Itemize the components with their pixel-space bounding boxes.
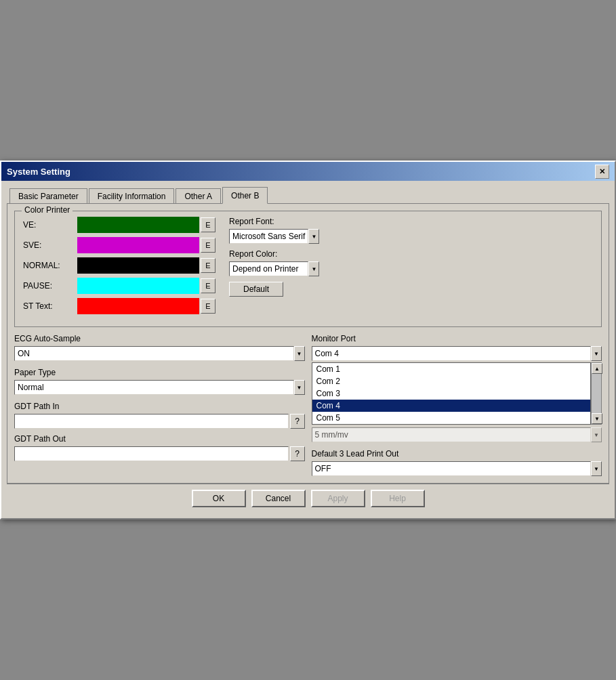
color-bar-sttext[interactable] (77, 298, 199, 314)
bottom-two-col: ECG Auto-Sample ON ▼ Paper Type Normal ▼… (14, 334, 602, 476)
speed-arrow[interactable]: ▼ (591, 427, 602, 442)
ecg-select-wrapper[interactable]: ON ▼ (14, 346, 305, 361)
help-button[interactable]: Help (371, 490, 425, 507)
scrollbar: ▲ ▼ (591, 362, 602, 425)
bottom-bar: OK Cancel Apply Help (7, 484, 609, 513)
system-setting-window: System Setting ✕ Basic Parameter Facilit… (0, 161, 616, 519)
color-bar-sve-container: E (77, 237, 215, 253)
color-row-ve: VE: E (23, 217, 215, 233)
paper-type-label: Paper Type (14, 368, 305, 377)
color-printer-group: Color Printer VE: E (14, 211, 602, 327)
default-3lead-arrow[interactable]: ▼ (591, 461, 602, 476)
e-button-ve[interactable]: E (201, 217, 215, 232)
tab-facility[interactable]: Facility Information (89, 188, 175, 204)
report-color-select-wrapper[interactable]: Depend on Printer ▼ (229, 261, 319, 276)
tab-other-b[interactable]: Other B (222, 187, 268, 204)
gdt-path-in-btn[interactable]: ? (290, 414, 305, 429)
color-row-normal: NORMAL: E (23, 257, 215, 274)
color-bar-ve-container: E (77, 217, 215, 233)
dropdown-com1[interactable]: Com 1 (312, 363, 591, 375)
scroll-down-btn[interactable]: ▼ (592, 413, 602, 424)
color-bar-sve[interactable] (77, 237, 199, 253)
color-row-pause: PAUSE: E (23, 278, 215, 294)
tab-other-a[interactable]: Other A (176, 188, 221, 204)
close-button[interactable]: ✕ (595, 165, 609, 179)
ok-button[interactable]: OK (192, 490, 246, 507)
e-button-sttext[interactable]: E (201, 299, 215, 314)
report-font-select-wrapper[interactable]: Microsoft Sans Serif ▼ (229, 229, 319, 244)
monitor-port-value: Com 4 (312, 346, 592, 361)
report-font-label: Report Font: (229, 217, 319, 226)
e-button-normal[interactable]: E (201, 258, 215, 273)
dropdown-com2[interactable]: Com 2 (312, 375, 591, 387)
monitor-port-list[interactable]: Com 1 Com 2 Com 3 Com 4 Com 5 (312, 362, 592, 425)
paper-type-select-wrapper[interactable]: Normal ▼ (14, 380, 305, 395)
color-printer-title: Color Printer (22, 205, 73, 215)
label-sttext: ST Text: (23, 301, 77, 311)
gdt-path-out-row: ? (14, 446, 305, 461)
gdt-path-in-label: GDT Path In (14, 402, 305, 411)
speed-value: 5 mm/mv (312, 427, 592, 442)
scroll-up-btn[interactable]: ▲ (592, 363, 602, 374)
default-3lead-value: OFF (312, 461, 592, 476)
e-button-sve[interactable]: E (201, 238, 215, 253)
color-bar-pause[interactable] (77, 278, 199, 294)
color-row-sttext: ST Text: E (23, 298, 215, 314)
col-left: ECG Auto-Sample ON ▼ Paper Type Normal ▼… (14, 334, 305, 476)
dropdown-com5[interactable]: Com 5 (312, 412, 591, 424)
default-3lead-select-wrapper[interactable]: OFF ▼ (312, 461, 602, 476)
dropdown-com3[interactable]: Com 3 (312, 387, 591, 400)
window-body: Basic Parameter Facility Information Oth… (1, 181, 615, 518)
paper-type-value: Normal (14, 380, 294, 395)
report-section: Report Font: Microsoft Sans Serif ▼ Repo… (229, 217, 319, 318)
color-bar-pause-container: E (77, 278, 215, 294)
report-color-value: Depend on Printer (229, 261, 308, 276)
monitor-port-arrow[interactable]: ▼ (591, 346, 602, 361)
apply-button[interactable]: Apply (311, 490, 365, 507)
monitor-port-dropdown: Com 1 Com 2 Com 3 Com 4 Com 5 ▲ ▼ (312, 362, 602, 425)
speed-select-wrapper[interactable]: 5 mm/mv ▼ (312, 427, 602, 442)
monitor-port-select-wrapper[interactable]: Com 4 ▼ (312, 346, 602, 361)
label-sve: SVE: (23, 240, 77, 250)
color-bar-normal-container: E (77, 257, 215, 274)
ecg-arrow[interactable]: ▼ (294, 346, 305, 361)
e-button-pause[interactable]: E (201, 278, 215, 293)
default-3lead-label: Default 3 Lead Print Out (312, 449, 602, 459)
report-color-label: Report Color: (229, 249, 319, 259)
window-title: System Setting (7, 167, 70, 177)
monitor-port-label: Monitor Port (312, 334, 602, 343)
label-ve: VE: (23, 220, 77, 230)
title-bar-title: System Setting (7, 167, 70, 177)
color-bar-ve[interactable] (77, 217, 199, 233)
scroll-track (592, 374, 601, 413)
label-pause: PAUSE: (23, 281, 77, 291)
report-color-arrow[interactable]: ▼ (308, 261, 319, 276)
label-normal: NORMAL: (23, 261, 77, 270)
ecg-value: ON (14, 346, 294, 361)
dropdown-com4[interactable]: Com 4 (312, 400, 591, 412)
color-bar-sttext-container: E (77, 298, 215, 314)
tabs-row: Basic Parameter Facility Information Oth… (7, 186, 609, 203)
report-font-value: Microsoft Sans Serif (229, 229, 308, 244)
cancel-button[interactable]: Cancel (251, 490, 306, 507)
tab-content-other-b: Color Printer VE: E (7, 203, 609, 484)
default-button[interactable]: Default (229, 282, 283, 297)
color-row-sve: SVE: E (23, 237, 215, 253)
monitor-port-list-wrapper: Com 1 Com 2 Com 3 Com 4 Com 5 ▲ ▼ (312, 362, 602, 425)
color-rows: VE: E SVE: E (23, 217, 215, 318)
gdt-path-out-input[interactable] (14, 446, 289, 461)
gdt-path-in-row: ? (14, 414, 305, 429)
paper-type-arrow[interactable]: ▼ (294, 380, 305, 395)
gdt-path-in-input[interactable] (14, 414, 289, 429)
ecg-label: ECG Auto-Sample (14, 334, 305, 343)
tab-basic[interactable]: Basic Parameter (9, 188, 87, 204)
report-font-arrow[interactable]: ▼ (308, 229, 319, 244)
title-bar: System Setting ✕ (1, 162, 615, 181)
gdt-path-out-btn[interactable]: ? (290, 446, 305, 461)
color-bar-normal[interactable] (77, 257, 199, 274)
color-printer-inner: VE: E SVE: E (23, 217, 593, 318)
col-right: Monitor Port Com 4 ▼ Com 1 Com 2 Com 3 (312, 334, 602, 476)
gdt-path-out-label: GDT Path Out (14, 434, 305, 444)
